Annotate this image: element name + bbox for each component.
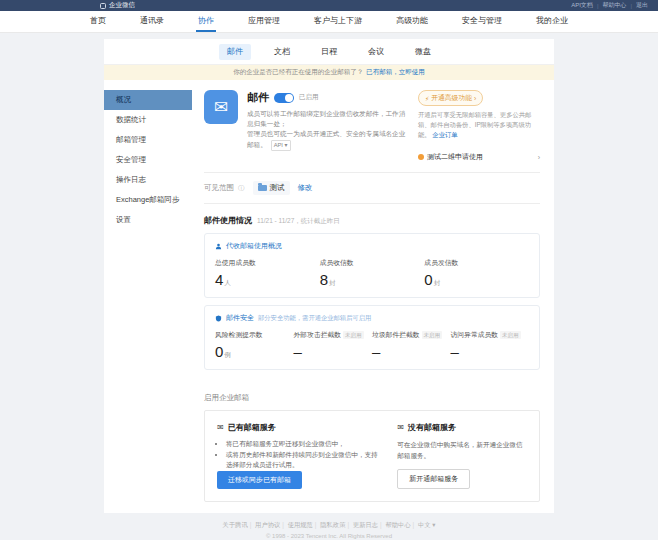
footer-link-user-agreement[interactable]: 用户协议 [255, 521, 280, 528]
footer-link-privacy[interactable]: 隐私政策 [320, 521, 345, 528]
topbar: 企业微信 API文档 | 帮助中心 | 退出 [0, 0, 658, 11]
activate-section-title: 启用企业邮箱 [204, 393, 540, 403]
main-nav: 首页 通讯录 协作 应用管理 客户与上下游 高级功能 安全与管理 我的企业 [0, 11, 658, 32]
upgrade-premium-button[interactable]: ⚡ 开通高级功能 › [418, 90, 483, 106]
notice-text: 你的企业是否已经有正在使用的企业邮箱了？ [233, 68, 363, 77]
tab-drive[interactable]: 微盘 [407, 44, 439, 60]
new-mailbox-service-button[interactable]: 新开通邮箱服务 [397, 469, 470, 489]
notice-use-existing-link[interactable]: 已有邮箱，立即使用 [366, 68, 425, 77]
status-badge: 未启用 [343, 331, 364, 339]
stat-abnormal-access-members: 访问异常成员数未启用 – [451, 330, 530, 360]
trial-icon [418, 154, 424, 160]
footer-link-usage-rules[interactable]: 使用规范 [288, 521, 313, 528]
topbar-links: API文档 | 帮助中心 | 退出 [571, 1, 648, 10]
nav-item-contacts[interactable]: 通讯录 [138, 11, 166, 32]
visible-range-label: 可见范围 [204, 183, 234, 193]
proxy-mailbox-usage-card: 代收邮箱使用概况 总使用成员数 4人 成员收信数 8封 成员发信数 0封 [204, 233, 540, 298]
divider: | [597, 3, 599, 9]
topbar-link-api-docs[interactable]: API文档 [571, 1, 593, 10]
mail-app-icon: ✉ [204, 90, 238, 124]
mailbox-icon: ✉ [217, 423, 224, 432]
has-mailbox-title: 已有邮箱服务 [228, 422, 276, 433]
usage-title: 邮件使用情况 [204, 215, 252, 226]
activate-options-box: ✉ 已有邮箱服务 将已有邮箱服务立即迁移到企业微信中， 或将历史邮件和新邮件持续… [204, 410, 540, 502]
collab-tabs: 邮件 文档 日程 会议 微盘 [104, 39, 554, 65]
has-mailbox-bullets: 将已有邮箱服务立即迁移到企业微信中， 或将历史邮件和新邮件持续同步到企业微信中，… [217, 439, 379, 471]
settings-sidebar: 概况 数据统计 邮箱管理 安全管理 操作日志 Exchange邮箱同步 设置 [104, 80, 192, 502]
nav-item-home[interactable]: 首页 [88, 11, 108, 32]
nav-item-customers-upstream[interactable]: 客户与上下游 [312, 11, 364, 32]
trial-label: 测试二维申请使用 [427, 152, 483, 162]
nav-item-my-company[interactable]: 我的企业 [534, 11, 570, 32]
status-badge: 未启用 [500, 331, 521, 339]
overview-content: ✉ 邮件 已启用 成员可以将工作邮箱绑定到企业微信收发邮件，工作消息归集一处； … [192, 80, 554, 502]
footer-link-about[interactable]: 关于腾讯 [223, 521, 248, 528]
folder-icon [258, 185, 267, 191]
notice-bar: 你的企业是否已经有正在使用的企业邮箱了？ 已有邮箱，立即使用 [104, 65, 554, 80]
tab-docs[interactable]: 文档 [266, 44, 298, 60]
copyright-text: © 1998 - 2023 Tencent Inc. All Rights Re… [0, 533, 658, 539]
has-mailbox-option: ✉ 已有邮箱服务 将已有邮箱服务立即迁移到企业微信中， 或将历史邮件和新邮件持续… [217, 422, 379, 489]
sidebar-item-data-stats[interactable]: 数据统计 [104, 110, 192, 130]
vip-icon: ⚡ [425, 95, 429, 102]
page-footer: 关于腾讯| 用户协议| 使用规范| 隐私政策| 更新日志| 帮助中心| 中文 ▾… [0, 513, 658, 539]
footer-link-help[interactable]: 帮助中心 [385, 521, 410, 528]
bullet-item: 或将历史邮件和新邮件持续同步到企业微信中，支持选择部分成员进行试用。 [226, 450, 379, 471]
bullet-item: 将已有邮箱服务立即迁移到企业微信中， [226, 439, 379, 450]
tab-schedule[interactable]: 日程 [313, 44, 345, 60]
topbar-link-help-center[interactable]: 帮助中心 [602, 1, 626, 10]
sidebar-item-mailbox-management[interactable]: 邮箱管理 [104, 130, 192, 150]
usage-section-header: 邮件使用情况 11/21 - 11/27，统计截止昨日 [204, 215, 540, 226]
enterprise-order-link[interactable]: 企业订单 [432, 131, 457, 138]
security-card-title: 邮件安全 [226, 313, 254, 323]
no-mailbox-option: ✉ 没有邮箱服务 可在企业微信中购买域名，新开通企业微信邮箱服务。 新开通邮箱服… [397, 422, 527, 489]
sidebar-item-settings[interactable]: 设置 [104, 210, 192, 230]
toggle-knob [285, 94, 293, 102]
sidebar-item-security-management[interactable]: 安全管理 [104, 150, 192, 170]
proxy-card-title: 代收邮箱使用概况 [226, 241, 282, 251]
chevron-right-icon: › [538, 154, 540, 161]
info-icon[interactable]: ⓘ [238, 184, 245, 193]
api-dropdown[interactable]: API ▾ [271, 140, 291, 151]
status-label: 已启用 [299, 93, 319, 102]
sidebar-item-overview[interactable]: 概况 [104, 90, 192, 110]
visible-range-value: 测试 [270, 183, 285, 193]
nav-item-collaboration[interactable]: 协作 [196, 11, 216, 32]
person-icon [215, 243, 222, 250]
app-logo-text: 企业微信 [109, 1, 135, 10]
divider: | [630, 3, 632, 9]
edit-range-link[interactable]: 修改 [298, 183, 313, 193]
sidebar-item-operation-log[interactable]: 操作日志 [104, 170, 192, 190]
upgrade-promo-panel: ⚡ 开通高级功能 › 开通后可享受无限邮箱容量、更多公共邮箱、邮件自动备份、IP… [418, 90, 540, 162]
topbar-link-logout[interactable]: 退出 [636, 1, 648, 10]
nav-item-advanced-features[interactable]: 高级功能 [394, 11, 430, 32]
no-mailbox-description: 可在企业微信中购买域名，新开通企业微信邮箱服务。 [397, 440, 527, 461]
mail-security-card: 邮件安全 部分安全功能，需开通企业邮箱后可启用 风险检测提示数 0例 外部攻击拦… [204, 305, 540, 370]
migrate-sync-mailbox-button[interactable]: 迁移或同步已有邮箱 [217, 471, 302, 489]
page-title: 邮件 [247, 90, 269, 105]
footer-language-selector[interactable]: 中文 ▾ [418, 521, 436, 528]
stat-external-attacks-blocked: 外部攻击拦截数未启用 – [294, 330, 373, 360]
stat-mails-sent: 成员发信数 0封 [424, 258, 529, 288]
tab-meeting[interactable]: 会议 [360, 44, 392, 60]
status-badge: 未启用 [422, 331, 443, 339]
desc-line-1: 成员可以将工作邮箱绑定到企业微信收发邮件，工作消息归集一处； [247, 110, 405, 127]
security-card-subtitle: 部分安全功能，需开通企业邮箱后可启用 [258, 314, 371, 323]
stat-risk-alerts: 风险检测提示数 0例 [215, 330, 294, 360]
stat-total-members: 总使用成员数 4人 [215, 258, 320, 288]
trial-apply-link[interactable]: 测试二维申请使用 › [418, 146, 540, 162]
nav-item-security-management[interactable]: 安全与管理 [460, 11, 504, 32]
footer-links: 关于腾讯| 用户协议| 使用规范| 隐私政策| 更新日志| 帮助中心| 中文 ▾ [0, 521, 658, 530]
footer-link-changelog[interactable]: 更新日志 [353, 521, 378, 528]
no-mailbox-title: 没有邮箱服务 [408, 422, 456, 433]
mail-app-header: ✉ 邮件 已启用 成员可以将工作邮箱绑定到企业微信收发邮件，工作消息归集一处； … [204, 90, 540, 162]
nav-item-app-management[interactable]: 应用管理 [246, 11, 282, 32]
sidebar-item-exchange-sync[interactable]: Exchange邮箱同步 [104, 190, 192, 210]
app-logo[interactable]: 企业微信 [100, 1, 135, 10]
shield-icon [215, 315, 222, 322]
tab-mail[interactable]: 邮件 [219, 44, 251, 60]
wecom-logo-icon [100, 3, 106, 9]
mail-app-description: 成员可以将工作邮箱绑定到企业微信收发邮件，工作消息归集一处； 管理员也可统一为成… [247, 109, 408, 151]
visible-range-tag: 测试 [253, 181, 290, 195]
mail-enable-toggle[interactable] [274, 93, 294, 103]
